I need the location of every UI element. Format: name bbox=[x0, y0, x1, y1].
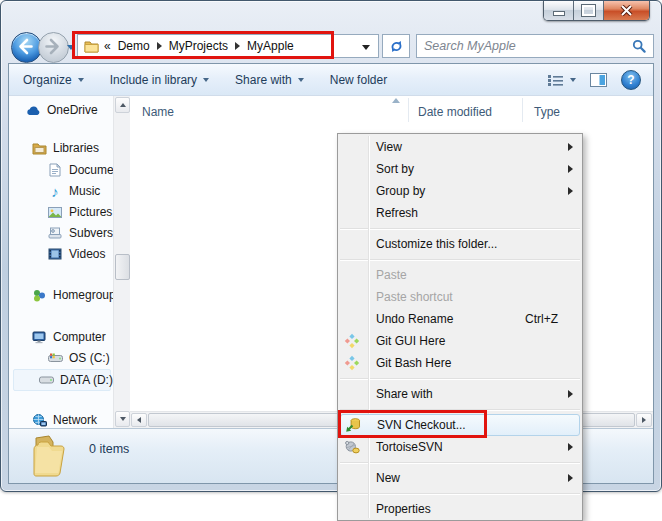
back-arrow-icon bbox=[12, 33, 39, 60]
sidebar-item-videos[interactable]: Videos bbox=[47, 244, 105, 264]
breadcrumb-item-demo[interactable]: Demo bbox=[118, 39, 150, 53]
homegroup-icon bbox=[31, 287, 47, 303]
git-icon bbox=[344, 333, 360, 349]
arrow-down-icon bbox=[120, 417, 126, 421]
sidebar-item-data-d[interactable]: DATA (D:) bbox=[13, 369, 111, 391]
sidebar-item-libraries[interactable]: Libraries bbox=[31, 138, 99, 158]
sort-ascending-icon bbox=[392, 98, 400, 103]
menu-item-new[interactable]: New bbox=[338, 467, 582, 489]
column-header-type[interactable]: Type bbox=[534, 105, 560, 119]
maximize-button[interactable] bbox=[573, 1, 603, 20]
documents-icon bbox=[47, 162, 63, 178]
submenu-arrow-icon bbox=[568, 443, 573, 451]
column-divider[interactable] bbox=[522, 98, 523, 122]
chevron-down-icon bbox=[570, 78, 576, 82]
help-icon: ? bbox=[621, 70, 641, 90]
menu-separator bbox=[340, 378, 580, 379]
address-bar[interactable]: « Demo MyProjects MyApple bbox=[77, 34, 379, 58]
menu-item-view[interactable]: View bbox=[338, 136, 582, 158]
organize-menu-button[interactable]: Organize bbox=[23, 73, 84, 87]
scroll-up-button[interactable] bbox=[115, 97, 130, 113]
menu-separator bbox=[340, 259, 580, 260]
sidebar-item-onedrive[interactable]: OneDrive bbox=[25, 100, 98, 120]
menu-item-sort-by[interactable]: Sort by bbox=[338, 158, 582, 180]
scrollbar-thumb[interactable] bbox=[115, 254, 130, 280]
minimize-icon bbox=[553, 11, 565, 16]
videos-icon bbox=[47, 246, 63, 262]
menu-item-paste: Paste bbox=[338, 264, 582, 286]
folder-icon bbox=[83, 38, 99, 54]
sidebar-scrollbar[interactable] bbox=[113, 96, 130, 428]
breadcrumb-separator-icon[interactable] bbox=[235, 42, 240, 50]
computer-icon bbox=[31, 329, 47, 345]
preview-pane-button[interactable] bbox=[590, 73, 607, 87]
libraries-icon bbox=[31, 140, 47, 156]
forward-arrow-icon bbox=[39, 33, 66, 60]
breadcrumb-item-myapple[interactable]: MyApple bbox=[247, 39, 294, 53]
sidebar-item-documents[interactable]: Documents bbox=[47, 160, 113, 180]
close-button[interactable] bbox=[603, 1, 649, 20]
items-count: 0 items bbox=[89, 442, 129, 456]
menu-item-group-by[interactable]: Group by bbox=[338, 180, 582, 202]
sidebar-item-computer[interactable]: Computer bbox=[31, 327, 106, 347]
arrow-right-icon bbox=[642, 417, 646, 423]
sidebar-item-homegroup[interactable]: Homegroup bbox=[31, 285, 113, 305]
network-icon bbox=[31, 412, 47, 428]
menu-item-customize-this-folder[interactable]: Customize this folder... bbox=[338, 233, 582, 255]
column-header-date-modified[interactable]: Date modified bbox=[418, 105, 492, 119]
recent-pages-dropdown[interactable] bbox=[67, 45, 75, 50]
search-placeholder: Search MyApple bbox=[424, 39, 632, 53]
menu-item-svn-checkout[interactable]: SVN Checkout... bbox=[340, 414, 580, 436]
menu-item-tortoisesvn[interactable]: TortoiseSVN bbox=[338, 436, 582, 458]
menu-item-properties[interactable]: Properties bbox=[338, 498, 582, 520]
minimize-button[interactable] bbox=[544, 1, 573, 20]
submenu-arrow-icon bbox=[568, 390, 573, 398]
scroll-left-button[interactable] bbox=[131, 413, 147, 427]
caption-buttons bbox=[543, 1, 650, 21]
forward-button[interactable] bbox=[38, 32, 69, 63]
breadcrumb-item-myprojects[interactable]: MyProjects bbox=[169, 39, 228, 53]
search-box[interactable]: Search MyApple bbox=[416, 34, 654, 58]
share-with-button[interactable]: Share with bbox=[235, 73, 304, 87]
close-icon bbox=[620, 5, 633, 16]
column-divider[interactable] bbox=[408, 98, 409, 122]
sidebar-item-subversion[interactable]: Subversion bbox=[47, 223, 113, 243]
menu-item-refresh[interactable]: Refresh bbox=[338, 202, 582, 224]
sidebar-item-os-c[interactable]: OS (C:) bbox=[47, 348, 110, 368]
address-dropdown-icon[interactable] bbox=[362, 45, 370, 50]
sidebar-item-pictures[interactable]: Pictures bbox=[47, 202, 112, 222]
folder-icon-large bbox=[27, 433, 69, 484]
scroll-down-button[interactable] bbox=[115, 411, 130, 427]
arrow-up-icon bbox=[120, 103, 126, 107]
menu-item-share-with[interactable]: Share with bbox=[338, 383, 582, 405]
menu-item-paste-shortcut: Paste shortcut bbox=[338, 286, 582, 308]
sidebar-item-network[interactable]: Network bbox=[31, 410, 97, 428]
pictures-icon bbox=[47, 204, 63, 220]
context-menu: View Sort by Group by Refresh Customize … bbox=[337, 133, 583, 521]
scroll-right-button[interactable] bbox=[636, 413, 652, 427]
sidebar-item-music[interactable]: ♪ Music bbox=[47, 181, 100, 201]
help-button[interactable]: ? bbox=[621, 70, 641, 90]
music-icon: ♪ bbox=[47, 183, 63, 199]
change-view-button[interactable] bbox=[547, 74, 576, 87]
menu-item-git-bash-here[interactable]: Git Bash Here bbox=[338, 352, 582, 374]
chevron-down-icon bbox=[78, 78, 84, 82]
column-header-name[interactable]: Name bbox=[142, 105, 174, 119]
menu-item-git-gui-here[interactable]: Git GUI Here bbox=[338, 330, 582, 352]
breadcrumb-overflow[interactable]: « bbox=[104, 39, 111, 53]
menu-separator bbox=[340, 409, 580, 410]
tortoisesvn-icon bbox=[344, 439, 360, 455]
navigation-pane: OneDrive Libraries bbox=[9, 96, 113, 428]
git-icon bbox=[344, 355, 360, 371]
include-in-library-button[interactable]: Include in library bbox=[110, 73, 209, 87]
breadcrumb-separator-icon[interactable] bbox=[157, 42, 162, 50]
menu-item-undo-rename[interactable]: Undo Rename Ctrl+Z bbox=[338, 308, 582, 330]
column-headers: Name Date modified Type bbox=[130, 96, 653, 126]
data-d-drive-icon bbox=[38, 372, 54, 388]
new-folder-button[interactable]: New folder bbox=[330, 73, 387, 87]
refresh-button[interactable] bbox=[382, 34, 410, 58]
menu-separator bbox=[340, 462, 580, 463]
command-toolbar: Organize Include in library Share with N… bbox=[9, 64, 653, 96]
search-icon[interactable] bbox=[632, 39, 646, 53]
submenu-arrow-icon bbox=[568, 187, 573, 195]
